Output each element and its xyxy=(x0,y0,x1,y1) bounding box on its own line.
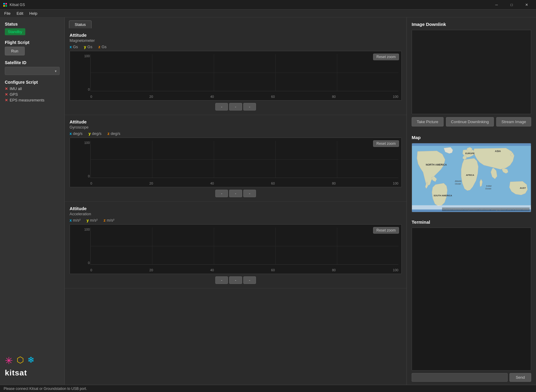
menu-edit[interactable]: Edit xyxy=(14,11,26,16)
chart-ctrl-btn-1-2[interactable]: - xyxy=(243,190,256,197)
x-0-0: 0 xyxy=(90,95,92,98)
svg-rect-1 xyxy=(5,3,7,5)
north-america-label: NORTH AMERICA xyxy=(426,164,447,166)
chart-grid-0 xyxy=(90,54,398,91)
chart-acceleration-section: Attitude Acceleration x m/s² y m/s² z m/… xyxy=(65,202,407,288)
chart-ctrl-btn-2-0[interactable]: - xyxy=(215,276,228,284)
x-1-1: 20 xyxy=(149,182,153,185)
chart-controls-1: - - - xyxy=(70,190,402,197)
chart-gyroscope-axes: x deg/s y deg/s z deg/s xyxy=(70,131,402,136)
menu-help[interactable]: Help xyxy=(26,11,40,16)
run-button[interactable]: Run xyxy=(5,47,25,55)
axis-z-unit: Gs xyxy=(101,45,107,49)
x-3-0: 60 xyxy=(271,95,275,98)
terminal-input[interactable] xyxy=(412,373,508,382)
chart-controls-0: - - - xyxy=(70,103,402,110)
x-3-2: 60 xyxy=(271,268,275,272)
axis-z-letter: z xyxy=(98,45,101,49)
flight-script-label: Flight Script xyxy=(5,40,60,45)
titlebar: Kitsat GS ─ □ ✕ xyxy=(0,0,536,10)
grid-v-1-1 xyxy=(152,141,152,178)
axis-y-letter-1: y xyxy=(89,131,91,136)
axis-z-letter-1: z xyxy=(108,131,110,136)
terminal-title: Terminal xyxy=(412,219,531,225)
x-icon-imu: ✕ xyxy=(5,87,8,91)
grid-v-3-1 xyxy=(275,141,276,178)
app-icon xyxy=(2,2,8,8)
chart-magnetometer-subtitle: Magnetometer xyxy=(70,38,402,43)
star-icon: ✳ xyxy=(5,355,13,366)
axis-y-unit-1: deg/s xyxy=(92,131,101,136)
stream-image-button[interactable]: Stream Image xyxy=(496,117,531,126)
chart-ctrl-btn-2-1[interactable]: - xyxy=(229,276,242,284)
map-section: Map xyxy=(407,131,536,216)
x-4-1: 80 xyxy=(332,182,335,185)
menu-file[interactable]: File xyxy=(1,11,14,16)
chart-y-axis-2: 100 0 xyxy=(81,228,90,265)
config-label-imu: IMU all xyxy=(10,86,22,91)
chart-acceleration-axes: x m/s² y m/s² z m/s² xyxy=(70,218,402,222)
chart-magnetometer-axes: x Gs y Gs z Gs xyxy=(70,45,402,49)
x-0-1: 0 xyxy=(90,182,92,185)
axis-x-letter-1: x xyxy=(70,131,72,136)
axis-z-unit-1: deg/s xyxy=(111,131,120,136)
chart-gyroscope-section: Attitude Gyroscope x deg/s y deg/s z deg… xyxy=(65,115,407,202)
logo-icons: ✳ ⬡ ❄ xyxy=(5,355,60,366)
chart-acceleration-title: Attitude xyxy=(70,206,402,211)
window-controls: ─ □ ✕ xyxy=(490,0,534,10)
chart-ctrl-btn-0-0[interactable]: - xyxy=(215,103,228,110)
world-map-svg: NORTH AMERICA EUROPE ASIA AFRICA SOUTH A… xyxy=(412,143,531,212)
chart-ctrl-btn-1-0[interactable]: - xyxy=(215,190,228,197)
sidebar: Status Standby Flight Script Run Satelli… xyxy=(0,17,65,385)
status-label: Status xyxy=(5,22,60,26)
axis-x-letter: x xyxy=(70,45,72,49)
minimize-button[interactable]: ─ xyxy=(490,0,503,10)
satellite-select[interactable] xyxy=(5,67,60,75)
menubar: File Edit Help xyxy=(0,10,536,17)
config-item-eps: ✕ EPS measurements xyxy=(5,98,60,102)
x-4-2: 80 xyxy=(332,268,335,272)
europe-label: EUROPE xyxy=(465,152,475,155)
x-icon-gps: ✕ xyxy=(5,92,8,97)
chart-gyroscope-container: Reset zoom 100 0 0 20 40 60 80 xyxy=(70,138,402,187)
svg-rect-3 xyxy=(5,5,7,7)
map-container: NORTH AMERICA EUROPE ASIA AFRICA SOUTH A… xyxy=(412,143,531,212)
chart-acceleration-container: Reset zoom 100 0 0 20 40 60 80 xyxy=(70,224,402,274)
chart-controls-2: - - - xyxy=(70,276,402,284)
chart-grid-2 xyxy=(90,228,398,265)
chart-ctrl-btn-1-1[interactable]: - xyxy=(229,190,242,197)
flight-script-section: Flight Script Run xyxy=(5,40,60,55)
take-picture-button[interactable]: Take Picture xyxy=(412,117,444,126)
config-item-gps: ✕ GPS xyxy=(5,92,60,97)
x-2-1: 40 xyxy=(210,182,214,185)
close-button[interactable]: ✕ xyxy=(520,0,534,10)
chart-ctrl-btn-2-2[interactable]: - xyxy=(243,276,256,284)
chart-ctrl-btn-0-1[interactable]: - xyxy=(229,103,242,110)
image-controls: Take Picture Continue Downlinking Stream… xyxy=(412,117,531,126)
chart-y-axis-1: 100 0 xyxy=(81,141,90,178)
continue-downlinking-button[interactable]: Continue Downlinking xyxy=(446,117,494,126)
send-button[interactable]: Send xyxy=(510,373,531,382)
axis-y-letter-2: y xyxy=(87,218,89,222)
svg-text:Ocean: Ocean xyxy=(455,183,461,185)
tab-status[interactable]: Status xyxy=(69,20,92,28)
chart-gyroscope-title: Attitude xyxy=(70,119,402,124)
axis-z-label-2: z m/s² xyxy=(104,218,114,222)
axis-x-label: x Gs xyxy=(70,45,78,49)
y-label-0-0: 0 xyxy=(81,88,90,91)
app-title: Kitsat GS xyxy=(10,3,490,7)
atlantic-ocean-label: Atlantic xyxy=(454,180,462,182)
app-layout: Status Standby Flight Script Run Satelli… xyxy=(0,17,536,385)
africa-label: AFRICA xyxy=(466,174,474,176)
axis-z-unit-2: m/s² xyxy=(107,218,114,222)
chart-ctrl-btn-0-2[interactable]: - xyxy=(243,103,256,110)
indian-ocean-label: Indian xyxy=(486,185,492,187)
grid-v-4-2 xyxy=(337,228,337,264)
chart-y-axis-0: 100 0 xyxy=(81,54,90,91)
axis-z-letter-2: z xyxy=(104,218,106,222)
logo-text: kitsat xyxy=(5,368,60,378)
x-5-1: 100 xyxy=(393,182,398,185)
maximize-button[interactable]: □ xyxy=(505,0,519,10)
tab-bar: Status xyxy=(65,17,407,28)
statusbar-message: Please connect Kitsat or Groundstation t… xyxy=(4,387,87,391)
